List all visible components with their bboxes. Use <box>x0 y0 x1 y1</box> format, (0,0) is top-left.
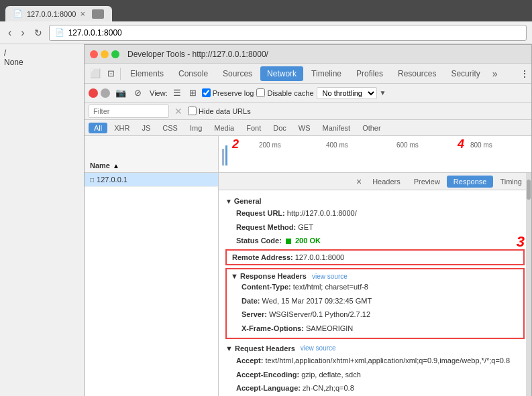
timeline-section: Name ▲ 200 ms 400 ms 600 ms 800 ms 1000 … <box>85 136 531 173</box>
response-headers-header: ▼ Response Headers view source <box>231 272 519 280</box>
scrollbar-thumb[interactable] <box>527 180 531 200</box>
resp-header-content-type: Content-Type: text/html; charset=utf-8 <box>231 280 519 294</box>
page-none: None <box>4 58 80 67</box>
type-xhr-button[interactable]: XHR <box>109 123 135 133</box>
close-button[interactable] <box>90 50 98 58</box>
tab-network[interactable]: Network <box>260 66 303 81</box>
tab-profiles[interactable]: Profiles <box>350 66 390 81</box>
throttle-select[interactable]: No throttling <box>317 87 377 99</box>
throttle-arrow: ▼ <box>380 89 386 96</box>
request-headers-section: ▼ Request Headers view source Accept: te… <box>225 342 525 396</box>
request-item-name: 127.0.0.1 <box>97 176 127 184</box>
devtools-menu-button[interactable]: ⋮ <box>521 69 529 78</box>
requests-panel: □ 127.0.0.1 <box>85 173 219 396</box>
timeline-bar-1 <box>222 149 224 166</box>
list-view-button[interactable]: ☰ <box>170 86 184 99</box>
type-font-button[interactable]: Font <box>241 123 266 133</box>
tab-resources[interactable]: Resources <box>391 66 443 81</box>
request-item-icon: □ <box>90 176 94 184</box>
request-headers-section-label[interactable]: ▼ Request Headers <box>225 342 295 354</box>
forward-button[interactable]: › <box>18 25 27 40</box>
filter-clear-icon[interactable]: ✕ <box>174 106 182 117</box>
more-tabs-button[interactable]: » <box>488 67 502 80</box>
general-row-url: Request URL: http://127.0.0.1:8000/ <box>225 206 525 220</box>
time-800: 800 ms <box>470 141 492 149</box>
request-item-0[interactable]: □ 127.0.0.1 <box>85 173 218 187</box>
tab-console[interactable]: Console <box>172 66 215 81</box>
preserve-log-label[interactable]: Preserve log <box>202 88 254 97</box>
timeline-bar-2 <box>225 145 227 166</box>
network-controls: 📷 ⊘ View: ☰ ⊞ Preserve log Disable cache… <box>85 84 531 103</box>
detail-tab-timing[interactable]: Timing <box>493 176 529 188</box>
detail-tabs: × Headers Preview Response Timing <box>219 173 531 190</box>
request-headers-view-source[interactable]: view source <box>301 344 336 352</box>
tab-close-button[interactable]: × <box>80 9 85 19</box>
response-headers-view-source[interactable]: view source <box>312 273 348 280</box>
console-button[interactable]: ⊡ <box>105 67 117 80</box>
type-manifest-button[interactable]: Manifest <box>317 123 356 133</box>
tab-sources[interactable]: Sources <box>216 66 259 81</box>
type-all-button[interactable]: All <box>89 123 107 133</box>
filter-toggle-button[interactable]: ⊘ <box>131 86 144 99</box>
type-css-button[interactable]: CSS <box>157 123 183 133</box>
detail-tab-preview[interactable]: Preview <box>407 176 447 188</box>
minimize-button[interactable] <box>101 50 109 58</box>
request-headers-header: ▼ Request Headers view source <box>225 342 525 354</box>
back-button[interactable]: ‹ <box>5 25 14 40</box>
general-section-header[interactable]: General <box>225 194 525 206</box>
tab-timeline[interactable]: Timeline <box>305 66 348 81</box>
type-js-button[interactable]: JS <box>136 123 156 133</box>
disable-cache-label[interactable]: Disable cache <box>256 88 313 97</box>
detail-tab-response[interactable]: Response <box>447 176 494 188</box>
req-header-accept: Accept: text/html,application/xhtml+xml,… <box>225 354 525 368</box>
page-outer: 📄 127.0.0.1:8000 × ‹ › ↻ 📄 127.0.0.1:800… <box>0 0 532 396</box>
hide-data-urls-checkbox[interactable] <box>188 107 197 115</box>
disable-cache-checkbox[interactable] <box>256 88 265 97</box>
inspect-element-button[interactable]: ⬜ <box>87 67 103 80</box>
detail-scrollbar[interactable] <box>526 173 531 396</box>
sidebar: / None <box>0 44 84 396</box>
time-600: 600 ms <box>396 141 419 149</box>
grid-view-button[interactable]: ⊞ <box>187 86 199 99</box>
url-icon: 📄 <box>55 28 64 37</box>
browser-tab[interactable]: 📄 127.0.0.1:8000 × <box>5 6 112 21</box>
tab-elements[interactable]: Elements <box>123 66 170 81</box>
reload-button[interactable]: ↻ <box>32 26 45 40</box>
tab-extra-icon <box>92 9 104 19</box>
detail-panel: × Headers Preview Response Timing Genera… <box>219 173 531 396</box>
resp-header-x-frame: X-Frame-Options: SAMEORIGIN <box>231 322 519 336</box>
tab-icon: 📄 <box>13 9 23 18</box>
type-media-button[interactable]: Media <box>209 123 240 133</box>
detail-tab-headers[interactable]: Headers <box>366 176 407 188</box>
camera-button[interactable]: 📷 <box>113 86 129 99</box>
type-other-button[interactable]: Other <box>357 123 386 133</box>
url-text: 127.0.0.1:8000 <box>68 28 122 38</box>
devtools-panel: Developer Tools - http://127.0.0.1:8000/… <box>84 44 532 396</box>
url-bar[interactable]: 📄 127.0.0.1:8000 <box>49 25 527 41</box>
type-filters: All XHR JS CSS Img Media Font Doc WS Man… <box>85 120 531 136</box>
detail-close-button[interactable]: × <box>352 175 366 188</box>
devtools-titlebar: Developer Tools - http://127.0.0.1:8000/ <box>85 45 531 64</box>
detail-content: General Request URL: http://127.0.0.1:80… <box>219 190 531 396</box>
record-button[interactable] <box>89 88 98 98</box>
stop-button[interactable] <box>101 88 110 98</box>
name-col-label: Name <box>90 161 110 170</box>
type-img-button[interactable]: Img <box>184 123 207 133</box>
filter-input[interactable] <box>89 105 169 118</box>
type-doc-button[interactable]: Doc <box>268 123 292 133</box>
req-header-accept-encoding: Accept-Encoding: gzip, deflate, sdch <box>225 368 525 382</box>
general-row-method: Request Method: GET <box>225 220 525 235</box>
toolbar-separator <box>120 68 121 80</box>
tab-security[interactable]: Security <box>444 66 486 81</box>
maximize-button[interactable] <box>111 50 119 58</box>
resp-header-server: Server: WSGIServer/0.1 Python/2.7.12 <box>231 308 519 322</box>
annotation-4: 4 <box>458 137 464 151</box>
name-column-header: Name ▲ <box>85 136 219 172</box>
response-headers-box: ▼ Response Headers view source Content-T… <box>225 268 525 339</box>
type-ws-button[interactable]: WS <box>293 123 316 133</box>
response-headers-section-label[interactable]: ▼ Response Headers <box>231 272 307 280</box>
status-dot <box>286 239 291 244</box>
preserve-log-checkbox[interactable] <box>202 88 211 97</box>
time-400: 400 ms <box>326 141 348 149</box>
hide-data-urls-label[interactable]: Hide data URLs <box>188 107 251 115</box>
